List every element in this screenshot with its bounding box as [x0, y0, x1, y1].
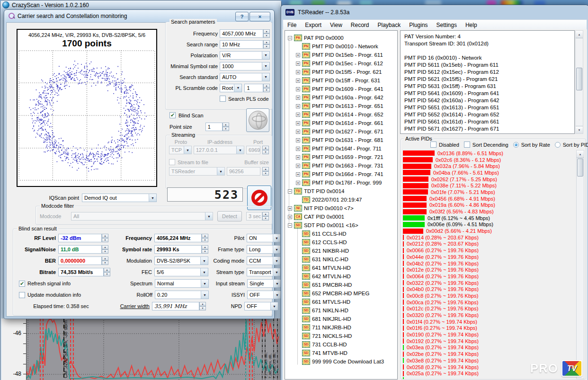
info-scrollbar[interactable]: ▲ ▼ [575, 30, 583, 134]
issyi-select[interactable]: OFF▼ [247, 291, 281, 299]
pid-row[interactable]: 0x0066 (0.27% ~ 199.76 Kbps) [403, 247, 573, 254]
modcode-select[interactable]: All▼ [71, 212, 213, 221]
input-stream-select[interactable]: Single▼ [247, 279, 281, 288]
sort-descending-checkbox[interactable] [464, 141, 470, 148]
search-range-input[interactable]: 10 MHz [220, 40, 263, 49]
tree-item[interactable]: +PNPMT PID 0x15ff - Progr. 631 [286, 76, 397, 85]
expand-toggle-icon[interactable]: + [296, 155, 300, 159]
fec-select[interactable]: 5/6▼ [154, 268, 208, 276]
tree-item[interactable]: SD671 NIKLN-HD [286, 306, 397, 315]
globe-button[interactable] [246, 108, 269, 132]
point-size-input[interactable]: 1 [205, 123, 223, 131]
pid-row[interactable]: 0x0192 (0.27% ~ 199.74 Kbps) [403, 338, 573, 345]
pid-row[interactable]: 0x044e (0.27% ~ 199.76 Kbps) [403, 254, 573, 260]
signal-noise-stepper[interactable]: ▲▼ [102, 245, 108, 254]
scrollbar-thumb[interactable] [577, 159, 583, 177]
pid-row[interactable]: 0x012c (0.27% ~ 199.76 Kbps) [403, 306, 573, 312]
tree-item[interactable]: TD2022/07/01 20:19:47 [286, 195, 397, 204]
spectrum-mode-select[interactable]: Normal▼ [155, 279, 209, 288]
disabled-checkbox[interactable] [430, 141, 437, 148]
frequency-stepper[interactable]: ▲▼ [263, 29, 270, 38]
expand-toggle-icon[interactable]: + [296, 96, 300, 100]
expand-toggle-icon[interactable]: − [288, 36, 292, 40]
pid-row[interactable]: 0x0190 (0.27% ~ 199.74 Kbps) [403, 331, 573, 338]
stream-type-select[interactable]: Transport▼ [247, 268, 281, 276]
rolloff-select[interactable]: 0.20▼ [155, 291, 209, 299]
tree-item[interactable]: SD741 MTVB-HD [286, 349, 397, 357]
pid-row[interactable]: 0x0456 (6.68% - 4.91 Mbps) [403, 195, 573, 202]
frequency-result-input[interactable]: 4056,224 MHz [154, 234, 202, 242]
tree-item[interactable]: +PNPMT PID 0x1614 - Progr. 652 [286, 110, 397, 119]
tree-item[interactable]: SD612 CCLS-HD [286, 238, 397, 247]
frame-type-select[interactable]: Long▼ [247, 245, 281, 254]
search-pls-checkbox[interactable] [220, 96, 226, 102]
tree-item[interactable]: SD999 999 Code Download Lat3 [286, 357, 397, 366]
tree-item[interactable]: SD651 PMCBR-HD [286, 281, 397, 289]
expand-toggle-icon[interactable]: + [296, 53, 300, 57]
ber-input[interactable]: 0,0000000 [58, 256, 102, 265]
pid-row[interactable]: 0x01fe (7.07% - 5.21 Mbps) [403, 189, 573, 195]
tree-item[interactable]: PNPMT PID 0x0010 - Network [286, 42, 397, 51]
expand-toggle-icon[interactable]: + [288, 206, 292, 211]
expand-toggle-icon[interactable]: − [288, 189, 292, 194]
tree-item[interactable]: SD652 PMCBR-HD MPEG [286, 289, 397, 298]
tree-item[interactable]: SD642 MTVLN-HD [286, 272, 397, 281]
symbol-rate-stepper[interactable]: ▲▼ [202, 245, 208, 254]
expand-toggle-icon[interactable]: + [296, 70, 300, 74]
pid-row[interactable]: 0x03f2 (6.56% - 4.83 Mbps) [403, 208, 573, 215]
pid-row[interactable]: 0x00ca (0.27% ~ 199.76 Kbps) [403, 299, 573, 306]
frequency-input[interactable]: 4057,000 MHz [220, 29, 263, 38]
expand-toggle-icon[interactable]: + [296, 164, 300, 168]
iqscan-point-select[interactable]: Demod IQ out▼ [82, 194, 157, 202]
search-range-stepper[interactable]: ▲▼ [263, 40, 270, 49]
tree-item[interactable]: +PNPMT PID 0x15eb - Progr. 611 [286, 51, 397, 59]
tree-item[interactable]: +PNPMT PID 0x160a - Progr. 642 [286, 93, 397, 102]
pids-scrollbar[interactable]: ▲ [576, 150, 584, 379]
detect-button[interactable]: Detect [217, 211, 242, 221]
coding-mode-select[interactable]: CCM▼ [247, 256, 281, 265]
tree-item[interactable]: +PNPMT PID 0x166d - Progr. 741 [286, 170, 397, 178]
menu-item-settings[interactable]: Settings [432, 22, 461, 28]
pat-info-pane[interactable]: PAT Version Number: 4Transport Stream ID… [400, 30, 575, 134]
blind-scan-checkbox[interactable] [169, 112, 176, 118]
scrollbar-thumb[interactable] [576, 68, 582, 90]
pid-row[interactable]: 0x00d2 (5.66% - 4.21 Mbps) [403, 228, 573, 234]
close-button[interactable]: × [249, 12, 270, 21]
spectrum-plot[interactable]: CM ;32APSK; 3/4; -38 dBm7,7; dB, 0,5 dB,… [27, 318, 280, 380]
pid-row[interactable]: 0x1fff (6.12% ~ 4.45 Mbps) [403, 215, 573, 221]
expand-toggle-icon[interactable]: + [296, 130, 300, 134]
bitrate-stepper[interactable]: ▲▼ [104, 268, 110, 276]
polarization-select[interactable]: V/R▼ [220, 51, 270, 60]
proto-select[interactable]: TCP▼ [169, 146, 192, 154]
pid-row[interactable]: 0x0136 (8.89% - 6.51 Mbps) [403, 150, 573, 157]
expand-toggle-icon[interactable]: + [296, 62, 300, 66]
pid-row[interactable]: 0x01f6 (0.27% ~ 199.74 Kbps) [403, 325, 573, 332]
pid-row[interactable]: 0x038e (7.11% - 5.22 Mbps) [403, 182, 573, 189]
stream-to-file-checkbox[interactable] [169, 159, 175, 165]
rf-level-stepper[interactable]: ▲▼ [102, 234, 108, 242]
tree-item[interactable]: +PNPMT PID 0x1609 - Progr. 641 [286, 85, 397, 93]
pid-row[interactable]: 0x032a (7.96% - 5.84 Mbps) [403, 163, 573, 169]
pid-row[interactable]: 0x04b2 (0.27% ~ 199.76 Kbps) [403, 260, 573, 267]
port-stepper[interactable]: ▲▼ [262, 146, 269, 154]
expand-toggle-icon[interactable]: + [296, 172, 300, 177]
tree-item[interactable]: SD721 NICKLS-HD [286, 332, 397, 340]
pid-row[interactable]: 0x0322 (0.27% ~ 199.76 Kbps) [403, 280, 573, 286]
expand-toggle-icon[interactable]: + [296, 121, 300, 125]
carrier-width-input[interactable]: 35,991 MHz [152, 302, 199, 310]
pid-row[interactable]: 0x006e (6.09% - 4.51 Mbps) [403, 221, 573, 228]
tree-item[interactable]: +NINIT PID 0x0010 <7> [286, 204, 397, 212]
carrier-width-stepper[interactable]: ▲▼ [199, 302, 206, 310]
menu-item-help[interactable]: Help [461, 22, 481, 28]
pid-row[interactable]: 0x012e (0.27% ~ 199.76 Kbps) [403, 266, 573, 273]
pid-row[interactable]: 0x0212 (0.28% ~ 203.67 Kbps) [403, 241, 573, 247]
tree-item[interactable]: +PNPMT PID 0x161d - Progr. 661 [286, 119, 397, 127]
detect-interval-input[interactable]: 3 sec [246, 212, 262, 221]
tree-item[interactable]: −PAPAT PID 0x0000 [286, 34, 397, 42]
tree-item[interactable]: −SDSDT PID 0x0011 <16> [286, 221, 397, 230]
tree-item[interactable]: +PNPMT PID 0x1659 - Progr. 721 [286, 153, 397, 161]
tree-item[interactable]: SD621 NIKBR-HD [286, 247, 397, 255]
sort-by-rate-radio[interactable] [513, 142, 519, 148]
tree-item[interactable]: +PNPMT PID 0x15ec - Progr. 612 [286, 59, 397, 68]
expand-toggle-icon[interactable]: + [296, 138, 300, 142]
